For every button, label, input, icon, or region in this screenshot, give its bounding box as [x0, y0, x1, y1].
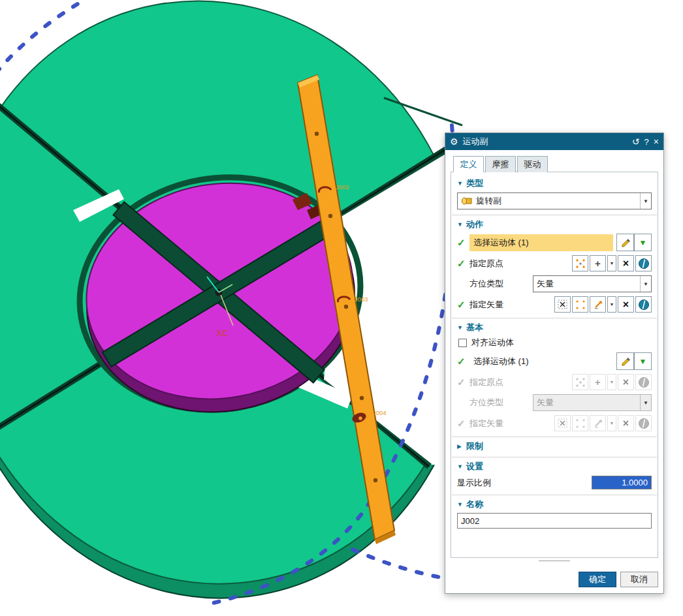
check-icon: ✓	[457, 377, 469, 388]
x-icon: ×	[623, 300, 629, 310]
base-orientation-value: 矢量	[537, 397, 554, 408]
specify-dropdown-button[interactable]: ▼	[634, 352, 652, 370]
tab-definition[interactable]: 定义	[453, 156, 484, 172]
group-settings-label: 设置	[466, 461, 483, 472]
clear-point-button[interactable]: ×	[618, 255, 634, 271]
revolute-joint-icon	[461, 196, 473, 206]
chevron-down-icon: ▼	[640, 193, 651, 209]
collapse-arrow-icon: ▼	[457, 463, 466, 470]
collapse-arrow-icon: ▼	[457, 324, 466, 331]
point-dots-icon	[575, 418, 586, 429]
green-triangle-icon: ▼	[639, 239, 647, 247]
base-select-body-field[interactable]: 选择运动体 (1)	[469, 353, 613, 370]
display-scale-input[interactable]: 1.0000	[592, 476, 652, 489]
dialog-tabs: 定义 摩擦 驱动	[445, 150, 663, 172]
collapse-arrow-icon: ▼	[457, 221, 466, 228]
vector-options-arrow[interactable]: ▼	[607, 296, 616, 313]
check-icon: ✓	[457, 299, 469, 311]
close-icon[interactable]: ×	[654, 137, 659, 146]
point-dialog-button	[572, 374, 588, 390]
tab-friction[interactable]: 摩擦	[485, 156, 516, 172]
collapse-arrow-icon: ▼	[457, 501, 466, 508]
x-icon: ×	[623, 418, 629, 429]
dialog-content: ▼ 类型 旋转副 ▼ ▼ 动作	[451, 172, 658, 558]
group-action-header[interactable]: ▼ 动作	[451, 217, 658, 232]
align-body-checkbox[interactable]	[458, 339, 467, 347]
vector-dialog-button[interactable]	[572, 296, 588, 313]
x-icon: ×	[623, 377, 629, 388]
group-limits-header[interactable]: ▶ 限制	[451, 439, 658, 454]
group-action-label: 动作	[466, 219, 483, 230]
vector-options-arrow: ▼	[607, 415, 616, 431]
group-type-label: 类型	[466, 177, 483, 189]
application-window: XC J002 J003	[0, 0, 683, 616]
reset-icon[interactable]: ↺	[632, 137, 640, 146]
vector-arrow-icon	[593, 418, 603, 429]
point-options-arrow[interactable]: ▼	[607, 255, 616, 271]
two-point-vector-button[interactable]	[554, 296, 571, 313]
point-dots-icon	[575, 377, 586, 388]
two-point-vector-button	[554, 415, 571, 431]
joint-label: J003	[355, 296, 368, 303]
joint-name-input[interactable]	[457, 513, 652, 529]
vector-arrow-icon	[593, 300, 603, 310]
plus-icon: +	[595, 377, 601, 387]
axis-label-xc: XC	[216, 328, 228, 338]
plus-icon: +	[595, 258, 601, 268]
dialog-title: 运动副	[463, 136, 488, 147]
help-icon[interactable]: ?	[644, 138, 649, 146]
box-x-icon	[558, 418, 567, 428]
dialog-resize-grip[interactable]	[445, 558, 663, 565]
teal-circle-icon	[638, 377, 650, 388]
group-type-header[interactable]: ▼ 类型	[451, 176, 658, 191]
pencil-icon	[620, 238, 631, 248]
vector-constructor-button[interactable]	[590, 296, 606, 313]
group-name-label: 名称	[466, 499, 483, 510]
edit-selection-button[interactable]	[616, 234, 634, 251]
align-body-label: 对齐运动体	[471, 337, 514, 348]
point-constructor-button[interactable]: +	[590, 255, 606, 271]
dialog-title-bar[interactable]: ⚙ 运动副 ↺ ? ×	[445, 133, 663, 150]
edit-selection-button[interactable]	[616, 352, 634, 370]
joint-label: J004	[373, 409, 387, 416]
action-orientation-value: 矢量	[537, 278, 554, 290]
dialog-footer: 确定 取消	[445, 572, 663, 593]
group-name-header[interactable]: ▼ 名称	[451, 497, 658, 512]
check-icon: ✓	[457, 356, 469, 367]
motion-joint-dialog: ⚙ 运动副 ↺ ? × 定义 摩擦 驱动 ▼ 类型	[445, 132, 664, 594]
clear-vector-button[interactable]: ×	[618, 296, 634, 313]
collapse-arrow-icon: ▶	[457, 443, 466, 450]
vector-constructor-button	[590, 415, 606, 431]
group-base-header[interactable]: ▼ 基本	[451, 320, 658, 335]
clear-point-button: ×	[618, 374, 634, 390]
base-specify-origin-label: 指定原点	[469, 377, 503, 388]
chevron-down-icon: ▼	[640, 395, 651, 410]
cancel-button[interactable]: 取消	[620, 572, 658, 587]
pencil-icon	[620, 356, 631, 367]
action-specify-origin-label: 指定原点	[469, 258, 503, 270]
group-base-label: 基本	[466, 322, 483, 333]
teal-circle-icon	[638, 299, 650, 311]
ok-button[interactable]: 确定	[579, 572, 616, 587]
clear-vector-button: ×	[618, 415, 634, 431]
vector-dialog-button	[572, 415, 588, 431]
joint-type-dropdown[interactable]: 旋转副 ▼	[457, 192, 652, 209]
point-dialog-button[interactable]	[572, 255, 588, 271]
collapse-arrow-icon: ▼	[457, 180, 466, 187]
display-scale-label: 显示比例	[457, 477, 491, 489]
chevron-down-icon: ▼	[640, 276, 651, 292]
tab-driver[interactable]: 驱动	[517, 156, 548, 172]
point-options-arrow: ▼	[607, 374, 616, 390]
specify-dropdown-button[interactable]: ▼	[634, 234, 652, 251]
action-orientation-dropdown[interactable]: 矢量 ▼	[533, 275, 652, 292]
action-orientation-label: 方位类型	[469, 278, 503, 290]
check-icon: ✓	[457, 258, 469, 270]
joint-label: J002	[336, 183, 349, 191]
reverse-vector-button[interactable]	[635, 296, 652, 313]
gear-icon: ⚙	[450, 137, 458, 146]
teal-circle-icon	[638, 258, 650, 270]
point-dots-icon	[575, 258, 586, 269]
action-select-body-field[interactable]: 选择运动体 (1)	[469, 234, 613, 251]
group-settings-header[interactable]: ▼ 设置	[451, 459, 658, 474]
inferred-point-button[interactable]	[635, 255, 652, 271]
